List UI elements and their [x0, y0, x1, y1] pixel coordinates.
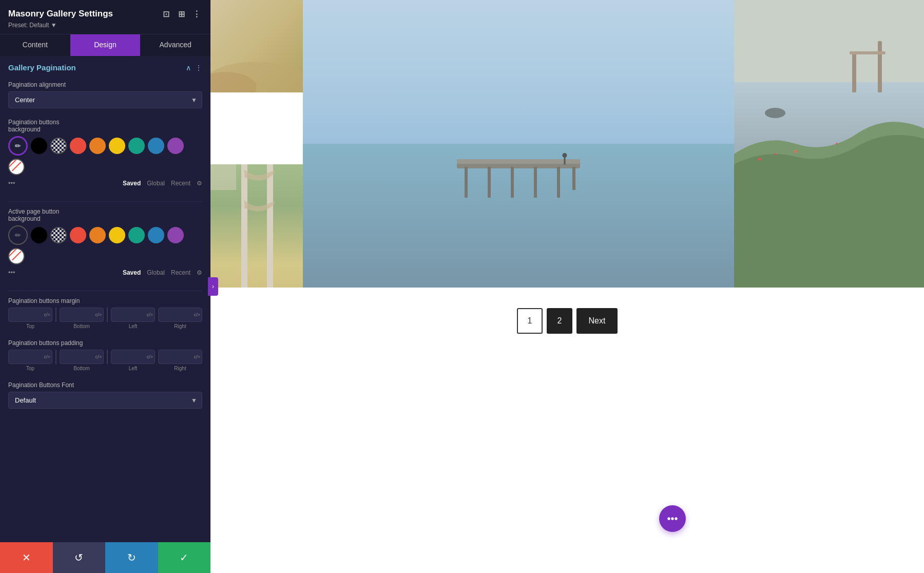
padding-top-unit[interactable]: c/> — [43, 354, 52, 359]
gallery-area: 1 2 Next ••• — [210, 0, 924, 573]
active-color-swatch-blue[interactable] — [148, 227, 164, 243]
color-tab-global[interactable]: Global — [147, 180, 165, 187]
next-page-button[interactable]: Next — [576, 308, 618, 334]
active-color-swatch-white[interactable] — [50, 227, 67, 243]
focus-icon[interactable]: ⊡ — [160, 8, 171, 20]
padding-bottom-unit[interactable]: c/> — [94, 354, 103, 359]
active-color-swatch-yellow[interactable] — [109, 227, 125, 243]
tab-advanced[interactable]: Advanced — [140, 34, 210, 56]
svg-rect-16 — [572, 167, 575, 190]
save-button[interactable]: ✓ — [158, 542, 211, 573]
more-icon[interactable]: ⋮ — [191, 8, 202, 20]
color-swatch-purple[interactable] — [167, 138, 184, 154]
chevron-right-icon: › — [212, 283, 214, 290]
undo-button[interactable]: ↺ — [53, 542, 106, 573]
gallery-pagination-title: Gallery Pagination — [8, 63, 76, 72]
active-color-swatch-black[interactable] — [31, 227, 47, 243]
margin-right-input[interactable] — [159, 308, 192, 321]
panel-body: Gallery Pagination ∧ ⋮ Pagination alignm… — [0, 56, 210, 573]
padding-divider-1 — [55, 350, 56, 364]
svg-rect-15 — [557, 167, 560, 198]
pagination-area: 1 2 Next — [210, 288, 924, 349]
active-color-swatch-none[interactable] — [8, 248, 25, 264]
margin-right-unit[interactable]: c/> — [192, 312, 202, 317]
padding-left-unit[interactable]: c/> — [145, 354, 155, 359]
padding-bottom-input-wrap: c/> — [60, 350, 104, 364]
svg-point-24 — [836, 143, 838, 145]
padding-right-unit[interactable]: c/> — [192, 354, 202, 359]
pagination-font-select[interactable]: Default Arial Georgia — [8, 392, 202, 409]
padding-bottom-input[interactable] — [60, 350, 94, 364]
grid-icon[interactable]: ⊞ — [176, 8, 187, 20]
margin-right-label: Right — [174, 323, 186, 329]
active-color-gear-icon[interactable]: ⚙ — [197, 269, 202, 276]
margin-divider-2 — [107, 308, 108, 322]
main-content: 1 2 Next ••• — [210, 0, 924, 573]
pagination-margin-label: Pagination buttons margin — [8, 297, 202, 304]
page-1-button[interactable]: 1 — [517, 308, 543, 334]
active-color-swatch-teal[interactable] — [128, 227, 145, 243]
active-color-swatch[interactable]: ✏ — [8, 136, 28, 156]
color-swatch-red[interactable] — [70, 138, 86, 154]
padding-left-input[interactable] — [111, 350, 145, 364]
pagination-bg-swatches: ✏ — [8, 136, 202, 175]
color-more-dots[interactable]: ••• — [8, 179, 15, 187]
color-swatch-none[interactable] — [8, 159, 25, 175]
svg-point-23 — [794, 150, 797, 153]
active-color-swatch-red[interactable] — [70, 227, 86, 243]
margin-spacing-row: c/> Top c/> Bottom c/> — [8, 308, 202, 329]
svg-point-17 — [563, 153, 567, 158]
margin-bottom-unit[interactable]: c/> — [94, 312, 103, 317]
redo-icon: ↻ — [127, 551, 136, 564]
pagination-font-select-wrap: Default Arial Georgia ▼ — [8, 392, 202, 409]
margin-bottom-input[interactable] — [60, 308, 94, 321]
tab-design[interactable]: Design — [70, 34, 141, 56]
panel-title-icons: ⊡ ⊞ ⋮ — [160, 8, 202, 20]
active-page-color-swatch[interactable]: ✏ — [8, 225, 28, 245]
color-tab-recent[interactable]: Recent — [171, 180, 190, 187]
color-swatch-white[interactable] — [50, 138, 67, 154]
tab-content[interactable]: Content — [0, 34, 70, 56]
cliff-svg — [734, 0, 924, 288]
cancel-button[interactable]: ✕ — [0, 542, 53, 573]
margin-top-unit[interactable]: c/> — [43, 312, 52, 317]
svg-rect-26 — [878, 41, 882, 92]
collapse-icon[interactable]: ∧ — [186, 64, 191, 72]
redo-button[interactable]: ↻ — [105, 542, 158, 573]
active-color-swatch-orange[interactable] — [89, 227, 106, 243]
padding-right-input-wrap: c/> — [158, 350, 202, 364]
active-color-tab-global[interactable]: Global — [147, 269, 165, 276]
color-gear-icon[interactable]: ⚙ — [197, 180, 202, 187]
pagination-font-field: Pagination Buttons Font Default Arial Ge… — [0, 377, 210, 415]
pagination-alignment-select[interactable]: Center Left Right — [8, 91, 202, 108]
active-color-tab-saved[interactable]: Saved — [123, 269, 141, 276]
color-swatch-teal[interactable] — [128, 138, 145, 154]
gallery-image-house — [210, 164, 303, 288]
active-color-tab-recent[interactable]: Recent — [171, 269, 190, 276]
panel-preset[interactable]: Preset: Default ▼ — [8, 22, 202, 29]
margin-top-input[interactable] — [9, 308, 43, 321]
active-page-btn-bg-label: Active page buttonbackground — [8, 208, 202, 222]
color-swatch-yellow[interactable] — [109, 138, 125, 154]
pagination-alignment-label: Pagination alignment — [8, 81, 202, 88]
color-swatch-blue[interactable] — [148, 138, 164, 154]
page-2-button[interactable]: 2 — [547, 308, 572, 334]
fab-icon: ••• — [667, 513, 678, 525]
color-swatch-black[interactable] — [31, 138, 47, 154]
panel-title-text: Masonry Gallery Settings — [8, 9, 113, 19]
padding-right-input[interactable] — [159, 350, 192, 364]
color-swatch-orange[interactable] — [89, 138, 106, 154]
margin-left-input[interactable] — [111, 308, 145, 321]
active-color-swatch-purple[interactable] — [167, 227, 184, 243]
fab-button[interactable]: ••• — [659, 505, 686, 532]
svg-rect-10 — [457, 159, 580, 164]
margin-left-unit[interactable]: c/> — [145, 312, 155, 317]
gallery-pagination-section-header: Gallery Pagination ∧ ⋮ — [0, 56, 210, 77]
active-color-more-dots[interactable]: ••• — [8, 269, 15, 276]
pagination-bg-meta: ••• Saved Global Recent ⚙ — [8, 177, 202, 189]
svg-rect-12 — [488, 167, 491, 198]
padding-top-input[interactable] — [9, 350, 43, 364]
section-more-icon[interactable]: ⋮ — [195, 64, 202, 72]
panel-resize-handle[interactable]: › — [208, 277, 218, 296]
color-tab-saved[interactable]: Saved — [123, 180, 141, 187]
